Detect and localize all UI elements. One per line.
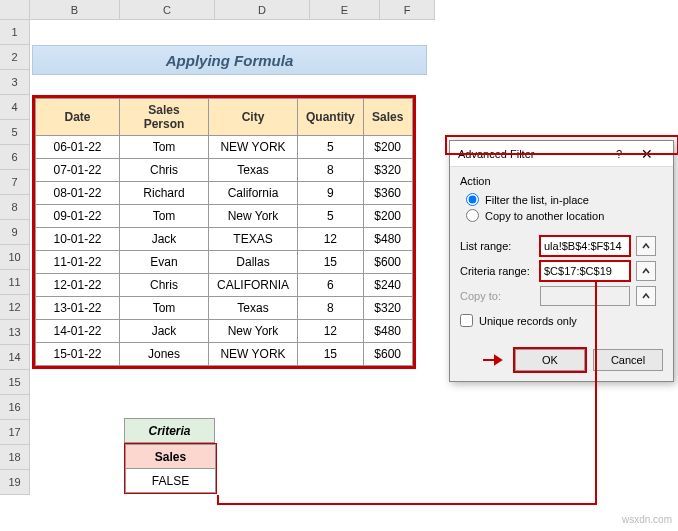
- row-header-4[interactable]: 4: [0, 95, 30, 120]
- dialog-title: Advanced Filter: [458, 148, 609, 160]
- collapse-icon[interactable]: [636, 261, 656, 281]
- header-city: City: [209, 99, 298, 136]
- copy-location-label: Copy to another location: [485, 210, 604, 222]
- dialog-titlebar[interactable]: Advanced Filter ? ✕: [450, 141, 673, 167]
- column-headers: B C D E F: [30, 0, 435, 20]
- table-row: 08-01-22RichardCalifornia9$360: [36, 182, 413, 205]
- ok-button[interactable]: OK: [515, 349, 585, 371]
- col-header-b[interactable]: B: [30, 0, 120, 20]
- arrow-icon: [483, 354, 507, 366]
- row-header-11[interactable]: 11: [0, 270, 30, 295]
- copy-to-input: [540, 286, 630, 306]
- unique-records-checkbox[interactable]: [460, 314, 473, 327]
- table-row: 14-01-22JackNew York12$480: [36, 320, 413, 343]
- table-row: 15-01-22JonesNEW YORK15$600: [36, 343, 413, 366]
- criteria-section: Criteria Sales FALSE: [124, 418, 217, 494]
- list-range-label: List range:: [460, 240, 534, 252]
- advanced-filter-dialog: Advanced Filter ? ✕ Action Filter the li…: [449, 140, 674, 382]
- col-header-e[interactable]: E: [310, 0, 380, 20]
- header-date: Date: [36, 99, 120, 136]
- watermark: wsxdn.com: [622, 514, 672, 525]
- criteria-header[interactable]: Sales: [126, 445, 216, 469]
- row-header-16[interactable]: 16: [0, 395, 30, 420]
- row-header-15[interactable]: 15: [0, 370, 30, 395]
- list-range-input[interactable]: [540, 236, 630, 256]
- table-row: 06-01-22TomNEW YORK5$200: [36, 136, 413, 159]
- header-quantity: Quantity: [298, 99, 364, 136]
- collapse-icon[interactable]: [636, 236, 656, 256]
- filter-inplace-radio[interactable]: [466, 193, 479, 206]
- connector-line: [217, 503, 597, 505]
- col-header-c[interactable]: C: [120, 0, 215, 20]
- table-row: 09-01-22TomNew York5$200: [36, 205, 413, 228]
- row-headers: 1 2 3 4 5 6 7 8 9 10 11 12 13 14 15 16 1…: [0, 20, 30, 495]
- criteria-title: Criteria: [125, 419, 215, 443]
- criteria-range-input[interactable]: [540, 261, 630, 281]
- row-header-1[interactable]: 1: [0, 20, 30, 45]
- table-header-row: Date Sales Person City Quantity Sales: [36, 99, 413, 136]
- action-label: Action: [460, 175, 663, 187]
- row-header-9[interactable]: 9: [0, 220, 30, 245]
- table-row: 07-01-22ChrisTexas8$320: [36, 159, 413, 182]
- row-header-5[interactable]: 5: [0, 120, 30, 145]
- row-header-7[interactable]: 7: [0, 170, 30, 195]
- table-row: 11-01-22EvanDallas15$600: [36, 251, 413, 274]
- col-header-d[interactable]: D: [215, 0, 310, 20]
- criteria-value[interactable]: FALSE: [126, 469, 216, 493]
- row-header-8[interactable]: 8: [0, 195, 30, 220]
- row-header-3[interactable]: 3: [0, 70, 30, 95]
- connector-line: [217, 495, 219, 505]
- copy-to-label: Copy to:: [460, 290, 534, 302]
- row-header-12[interactable]: 12: [0, 295, 30, 320]
- sheet-title: Applying Formula: [32, 45, 427, 75]
- row-header-10[interactable]: 10: [0, 245, 30, 270]
- table-row: 12-01-22ChrisCALIFORNIA6$240: [36, 274, 413, 297]
- close-icon[interactable]: ✕: [629, 141, 665, 167]
- unique-records-label: Unique records only: [479, 315, 577, 327]
- row-header-19[interactable]: 19: [0, 470, 30, 495]
- row-header-17[interactable]: 17: [0, 420, 30, 445]
- help-icon[interactable]: ?: [609, 148, 629, 160]
- row-header-14[interactable]: 14: [0, 345, 30, 370]
- sales-table: Date Sales Person City Quantity Sales 06…: [32, 95, 416, 369]
- cancel-button[interactable]: Cancel: [593, 349, 663, 371]
- row-header-6[interactable]: 6: [0, 145, 30, 170]
- table-row: 13-01-22TomTexas8$320: [36, 297, 413, 320]
- collapse-icon[interactable]: [636, 286, 656, 306]
- row-header-2[interactable]: 2: [0, 45, 30, 70]
- connector-line: [595, 280, 597, 505]
- row-header-18[interactable]: 18: [0, 445, 30, 470]
- col-header-f[interactable]: F: [380, 0, 435, 20]
- copy-location-radio[interactable]: [466, 209, 479, 222]
- header-salesperson: Sales Person: [120, 99, 209, 136]
- corner-cell: [0, 0, 30, 20]
- filter-inplace-label: Filter the list, in-place: [485, 194, 589, 206]
- table-row: 10-01-22JackTEXAS12$480: [36, 228, 413, 251]
- header-sales: Sales: [363, 99, 412, 136]
- row-header-13[interactable]: 13: [0, 320, 30, 345]
- criteria-range-label: Criteria range:: [460, 265, 534, 277]
